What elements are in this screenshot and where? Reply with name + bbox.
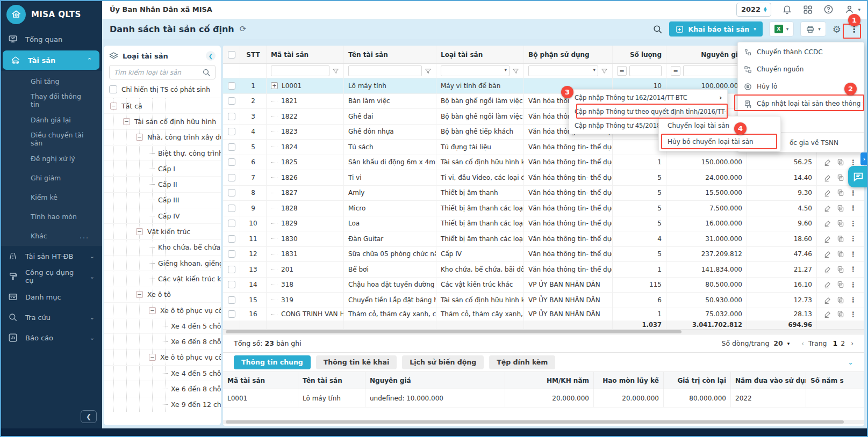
table-row[interactable]: 121831Sữa chữa 05 phòng chức năng ...Cấp… xyxy=(223,247,864,263)
row-kebab-icon[interactable]: ⋮ xyxy=(850,235,857,243)
sidebar-item-2[interactable]: Tài sản HT-ĐB⌄ xyxy=(0,246,102,266)
tree-node[interactable]: Giếng khoan, giếng đ... xyxy=(104,256,221,271)
tree-node[interactable]: Xe 4 đến 5 chỗ xyxy=(104,318,221,334)
next-page-icon[interactable]: › xyxy=(851,340,853,347)
tree-node[interactable]: Cấp II xyxy=(104,177,221,192)
tree-node[interactable]: −Tài sản cố định hữu hình xyxy=(104,114,221,129)
tree-node[interactable]: −Xe ô tô phục vụ công... xyxy=(104,350,221,366)
tree-collapse-box-icon[interactable]: − xyxy=(149,307,156,314)
tree-node[interactable]: Xe 9 đến 12 chỗ xyxy=(104,397,221,412)
year-spinner-icon[interactable]: ▲▼ xyxy=(764,7,766,12)
sidebar-subitem-7[interactable]: Tính hao mòn xyxy=(0,207,102,226)
tree-node[interactable]: −Xe ô tô phục vụ công... xyxy=(104,303,221,318)
table-row[interactable]: 61825Sân khấu di động 6m x 4mTài sản cố … xyxy=(223,155,864,171)
tree-collapse-icon[interactable]: ❮ xyxy=(206,51,216,61)
edit-pencil-icon[interactable] xyxy=(824,281,831,288)
column-header-4[interactable]: Loại tài sản xyxy=(436,46,524,63)
tree-search-input[interactable] xyxy=(114,69,202,76)
sidebar-subitem-5[interactable]: Ghi giảm xyxy=(0,168,102,187)
row-kebab-icon[interactable]: ⋮ xyxy=(850,158,857,166)
rows-per-page-caret-icon[interactable]: ▾ xyxy=(787,341,790,346)
copy-icon[interactable] xyxy=(837,205,844,212)
user-menu[interactable]: ▾ xyxy=(844,4,860,14)
collapse-detail-icon[interactable]: ⌄ xyxy=(848,358,853,366)
edit-pencil-icon[interactable] xyxy=(824,189,831,196)
row-checkbox[interactable] xyxy=(228,235,235,243)
row-kebab-icon[interactable]: ⋮ xyxy=(850,281,857,289)
settings-gear-icon[interactable]: ⚙ xyxy=(833,24,841,35)
prev-page-icon[interactable]: ‹ xyxy=(801,340,804,347)
tree-node[interactable]: Xe 4 đến 5 chỗ xyxy=(104,366,221,381)
copy-icon[interactable] xyxy=(837,174,844,181)
column-header-5[interactable]: Bộ phận sử dụng xyxy=(524,46,613,63)
copy-icon[interactable] xyxy=(837,281,844,288)
filter-equals-icon[interactable]: = xyxy=(671,66,680,76)
sidebar-item-6[interactable]: Báo cáo⌄ xyxy=(0,327,102,348)
tree-collapse-box-icon[interactable]: − xyxy=(136,228,143,235)
filter-input[interactable] xyxy=(348,65,422,76)
year-selector[interactable]: 2022 ▲▼ xyxy=(736,3,772,17)
menu-item-0[interactable]: Chuyển thành CCDC xyxy=(738,43,864,61)
row-checkbox[interactable] xyxy=(228,174,235,181)
select-all-checkbox[interactable] xyxy=(228,51,235,59)
row-checkbox[interactable] xyxy=(228,205,235,212)
apps-grid-icon[interactable] xyxy=(803,5,813,14)
menu-item-3[interactable]: Cập nhật loại tài sản theo thông tư› xyxy=(738,95,864,112)
filter-input[interactable] xyxy=(629,65,662,76)
row-checkbox[interactable] xyxy=(228,220,235,227)
support-chat-bubble-icon[interactable] xyxy=(848,166,868,187)
sidebar-subitem-3[interactable]: Điều chuyển tài sản xyxy=(0,129,102,149)
help-icon[interactable] xyxy=(823,4,834,14)
filter-dropdown[interactable] xyxy=(441,65,510,76)
row-checkbox[interactable] xyxy=(228,189,235,196)
search-icon[interactable] xyxy=(652,24,663,34)
copy-icon[interactable] xyxy=(837,250,844,258)
tree-node[interactable]: Cấp I xyxy=(104,161,221,177)
filter-dropdown[interactable] xyxy=(528,65,598,76)
edit-pencil-icon[interactable] xyxy=(824,220,831,227)
sidebar-subitem-2[interactable]: Đánh giá lại xyxy=(0,110,102,129)
column-header-1[interactable]: STT xyxy=(240,46,267,63)
row-kebab-icon[interactable]: ⋮ xyxy=(850,265,857,273)
column-header-7[interactable]: Nguyên giá xyxy=(666,46,747,63)
show-only-active-checkbox[interactable] xyxy=(109,85,117,93)
row-checkbox[interactable] xyxy=(228,113,235,120)
edit-pencil-icon[interactable] xyxy=(824,174,831,181)
copy-icon[interactable] xyxy=(837,189,844,196)
tab-3[interactable]: Tệp đính kèm xyxy=(489,355,555,369)
export-excel-button[interactable]: X ▾ xyxy=(769,21,794,37)
copy-icon[interactable] xyxy=(837,235,844,243)
row-checkbox[interactable] xyxy=(228,143,235,151)
tree-node[interactable]: Biệt thự, công trình x... xyxy=(104,145,221,161)
sidebar-item-0[interactable]: Tổng quan xyxy=(0,29,102,49)
tree-node[interactable]: −Vật kiến trúc xyxy=(104,224,221,239)
action-item-1[interactable]: Hủy bỏ chuyển loại tài sản xyxy=(659,134,780,150)
row-checkbox[interactable] xyxy=(228,281,235,288)
tab-2[interactable]: Lịch sử biến động xyxy=(402,355,484,369)
tab-0[interactable]: Thông tin chung xyxy=(234,355,311,369)
row-kebab-icon[interactable]: ⋮ xyxy=(850,296,857,304)
tree-node[interactable]: Các vật kiến trúc khá... xyxy=(104,271,221,287)
tree-node[interactable]: Cấp IV xyxy=(104,208,221,224)
row-kebab-icon[interactable]: ⋮ xyxy=(850,310,857,318)
table-row[interactable]: 15319Chuyển tiền Lắp đặt bảng hiệu ...Tà… xyxy=(223,293,864,308)
filter-equals-icon[interactable]: = xyxy=(617,66,627,76)
row-checkbox[interactable] xyxy=(228,310,235,318)
tree-node[interactable]: −Nhà, công trình xây dựng xyxy=(104,130,221,145)
sidebar-subitem-6[interactable]: Kiểm kê xyxy=(0,187,102,207)
copy-icon[interactable] xyxy=(837,266,844,273)
notification-bell-icon[interactable] xyxy=(782,4,792,14)
add-asset-button[interactable]: Khai báo tài sản ▾ xyxy=(669,21,762,37)
table-row[interactable]: 81827AmlyThiết bị âm thanhVăn hóa thông … xyxy=(223,186,864,201)
sidebar-subitem-0[interactable]: Ghi tăng xyxy=(0,71,102,91)
row-checkbox[interactable] xyxy=(228,266,235,273)
refresh-icon[interactable]: ⟳ xyxy=(240,24,247,34)
column-header-3[interactable]: Tên tài sản xyxy=(344,46,436,63)
expand-side-tab-icon[interactable]: › xyxy=(860,152,868,165)
row-kebab-icon[interactable]: ⋮ xyxy=(850,250,857,258)
table-horizontal-scrollbar[interactable] xyxy=(223,330,864,334)
page-number-1[interactable]: 1 xyxy=(831,339,840,347)
copy-icon[interactable] xyxy=(837,310,844,318)
detail-data-row[interactable]: L0001Lô máy tínhundefined: 10.000.00020.… xyxy=(223,389,864,407)
filter-input[interactable] xyxy=(271,65,329,76)
